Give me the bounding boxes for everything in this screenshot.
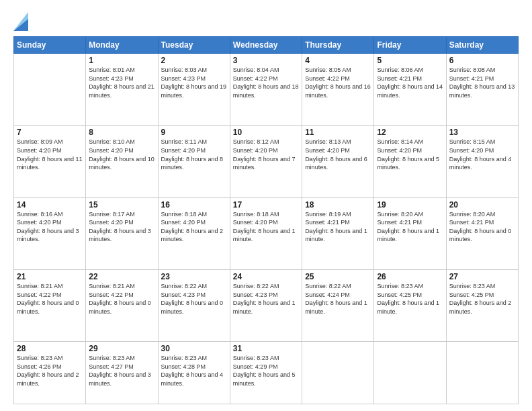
calendar-cell: 5Sunrise: 8:06 AMSunset: 4:21 PMDaylight…	[374, 54, 446, 126]
day-info: Sunrise: 8:23 AMSunset: 4:28 PMDaylight:…	[161, 354, 227, 387]
day-number: 31	[233, 344, 299, 353]
day-info: Sunrise: 8:04 AMSunset: 4:22 PMDaylight:…	[233, 66, 299, 99]
day-number: 7	[17, 128, 83, 137]
day-info: Sunrise: 8:23 AMSunset: 4:25 PMDaylight:…	[449, 282, 515, 316]
calendar-cell	[374, 342, 446, 404]
day-number: 29	[89, 344, 154, 353]
day-info: Sunrise: 8:23 AMSunset: 4:26 PMDaylight:…	[17, 354, 83, 387]
logo	[13, 12, 30, 31]
day-number: 11	[305, 128, 371, 137]
calendar-header-friday: Friday	[374, 37, 446, 54]
day-number: 20	[449, 200, 515, 210]
calendar-cell	[14, 54, 86, 126]
day-info: Sunrise: 8:23 AMSunset: 4:25 PMDaylight:…	[377, 282, 443, 316]
day-number: 8	[89, 128, 154, 137]
calendar-cell: 27Sunrise: 8:23 AMSunset: 4:25 PMDayligh…	[446, 269, 518, 341]
day-number: 25	[305, 272, 371, 281]
calendar-cell	[446, 342, 518, 404]
day-number: 17	[233, 200, 299, 210]
day-number: 27	[449, 272, 515, 281]
day-info: Sunrise: 8:20 AMSunset: 4:21 PMDaylight:…	[449, 210, 515, 244]
day-number: 10	[233, 128, 299, 137]
calendar-cell: 8Sunrise: 8:10 AMSunset: 4:20 PMDaylight…	[86, 126, 158, 197]
day-info: Sunrise: 8:18 AMSunset: 4:20 PMDaylight:…	[233, 210, 299, 244]
calendar-cell: 28Sunrise: 8:23 AMSunset: 4:26 PMDayligh…	[14, 342, 86, 404]
day-number: 5	[377, 56, 443, 65]
day-number: 22	[89, 272, 154, 281]
calendar-cell: 23Sunrise: 8:22 AMSunset: 4:23 PMDayligh…	[158, 269, 230, 341]
calendar-cell: 18Sunrise: 8:19 AMSunset: 4:21 PMDayligh…	[302, 197, 374, 269]
calendar-cell: 10Sunrise: 8:12 AMSunset: 4:20 PMDayligh…	[230, 126, 302, 197]
calendar-cell: 6Sunrise: 8:08 AMSunset: 4:21 PMDaylight…	[446, 54, 518, 126]
day-number: 14	[17, 200, 83, 210]
day-info: Sunrise: 8:10 AMSunset: 4:20 PMDaylight:…	[89, 138, 154, 171]
calendar-cell: 3Sunrise: 8:04 AMSunset: 4:22 PMDaylight…	[230, 54, 302, 126]
day-info: Sunrise: 8:08 AMSunset: 4:21 PMDaylight:…	[449, 66, 515, 99]
day-info: Sunrise: 8:09 AMSunset: 4:20 PMDaylight:…	[17, 138, 83, 171]
calendar-cell: 22Sunrise: 8:21 AMSunset: 4:22 PMDayligh…	[86, 269, 158, 341]
calendar-week-3: 21Sunrise: 8:21 AMSunset: 4:22 PMDayligh…	[14, 269, 519, 341]
calendar-cell: 14Sunrise: 8:16 AMSunset: 4:20 PMDayligh…	[14, 197, 86, 269]
calendar-cell: 19Sunrise: 8:20 AMSunset: 4:21 PMDayligh…	[374, 197, 446, 269]
day-info: Sunrise: 8:22 AMSunset: 4:23 PMDaylight:…	[233, 282, 299, 316]
day-info: Sunrise: 8:22 AMSunset: 4:23 PMDaylight:…	[161, 282, 227, 316]
calendar-week-1: 7Sunrise: 8:09 AMSunset: 4:20 PMDaylight…	[14, 126, 519, 197]
day-info: Sunrise: 8:23 AMSunset: 4:27 PMDaylight:…	[89, 354, 154, 387]
day-number: 28	[17, 344, 83, 353]
calendar-cell: 21Sunrise: 8:21 AMSunset: 4:22 PMDayligh…	[14, 269, 86, 341]
day-number: 6	[449, 56, 515, 65]
calendar-cell: 26Sunrise: 8:23 AMSunset: 4:25 PMDayligh…	[374, 269, 446, 341]
calendar-header-row: SundayMondayTuesdayWednesdayThursdayFrid…	[14, 37, 519, 54]
day-info: Sunrise: 8:21 AMSunset: 4:22 PMDaylight:…	[89, 282, 154, 316]
calendar-cell: 7Sunrise: 8:09 AMSunset: 4:20 PMDaylight…	[14, 126, 86, 197]
day-number: 21	[17, 272, 83, 281]
calendar-header-saturday: Saturday	[446, 37, 518, 54]
page: SundayMondayTuesdayWednesdayThursdayFrid…	[0, 0, 532, 411]
day-info: Sunrise: 8:06 AMSunset: 4:21 PMDaylight:…	[377, 66, 443, 99]
calendar-cell	[302, 342, 374, 404]
day-number: 12	[377, 128, 443, 137]
calendar-cell: 2Sunrise: 8:03 AMSunset: 4:23 PMDaylight…	[158, 54, 230, 126]
calendar-header-monday: Monday	[86, 37, 158, 54]
day-number: 9	[161, 128, 227, 137]
calendar-cell: 20Sunrise: 8:20 AMSunset: 4:21 PMDayligh…	[446, 197, 518, 269]
day-number: 1	[89, 56, 154, 65]
day-number: 3	[233, 56, 299, 65]
calendar-header-sunday: Sunday	[14, 37, 86, 54]
day-info: Sunrise: 8:03 AMSunset: 4:23 PMDaylight:…	[161, 66, 227, 99]
calendar-cell: 25Sunrise: 8:22 AMSunset: 4:24 PMDayligh…	[302, 269, 374, 341]
day-number: 18	[305, 200, 371, 210]
calendar-header-thursday: Thursday	[302, 37, 374, 54]
calendar-week-0: 1Sunrise: 8:01 AMSunset: 4:23 PMDaylight…	[14, 54, 519, 126]
calendar-cell: 15Sunrise: 8:17 AMSunset: 4:20 PMDayligh…	[86, 197, 158, 269]
calendar-cell: 13Sunrise: 8:15 AMSunset: 4:20 PMDayligh…	[446, 126, 518, 197]
calendar-cell: 9Sunrise: 8:11 AMSunset: 4:20 PMDaylight…	[158, 126, 230, 197]
day-number: 24	[233, 272, 299, 281]
day-number: 2	[161, 56, 227, 65]
calendar-header-wednesday: Wednesday	[230, 37, 302, 54]
day-info: Sunrise: 8:21 AMSunset: 4:22 PMDaylight:…	[17, 282, 83, 316]
calendar-week-4: 28Sunrise: 8:23 AMSunset: 4:26 PMDayligh…	[14, 342, 519, 404]
day-info: Sunrise: 8:12 AMSunset: 4:20 PMDaylight:…	[233, 138, 299, 171]
day-number: 16	[161, 200, 227, 210]
day-info: Sunrise: 8:11 AMSunset: 4:20 PMDaylight:…	[161, 138, 227, 171]
calendar-cell: 24Sunrise: 8:22 AMSunset: 4:23 PMDayligh…	[230, 269, 302, 341]
day-info: Sunrise: 8:20 AMSunset: 4:21 PMDaylight:…	[377, 210, 443, 244]
calendar-cell: 1Sunrise: 8:01 AMSunset: 4:23 PMDaylight…	[86, 54, 158, 126]
calendar-cell: 30Sunrise: 8:23 AMSunset: 4:28 PMDayligh…	[158, 342, 230, 404]
calendar-cell: 12Sunrise: 8:14 AMSunset: 4:20 PMDayligh…	[374, 126, 446, 197]
logo-icon	[13, 12, 28, 31]
header	[13, 12, 519, 31]
calendar-cell: 29Sunrise: 8:23 AMSunset: 4:27 PMDayligh…	[86, 342, 158, 404]
calendar-cell: 4Sunrise: 8:05 AMSunset: 4:22 PMDaylight…	[302, 54, 374, 126]
day-number: 26	[377, 272, 443, 281]
day-info: Sunrise: 8:17 AMSunset: 4:20 PMDaylight:…	[89, 210, 154, 244]
calendar-cell: 11Sunrise: 8:13 AMSunset: 4:20 PMDayligh…	[302, 126, 374, 197]
day-info: Sunrise: 8:16 AMSunset: 4:20 PMDaylight:…	[17, 210, 83, 244]
day-info: Sunrise: 8:15 AMSunset: 4:20 PMDaylight:…	[449, 138, 515, 171]
day-number: 4	[305, 56, 371, 65]
calendar-table: SundayMondayTuesdayWednesdayThursdayFrid…	[13, 36, 519, 404]
day-info: Sunrise: 8:05 AMSunset: 4:22 PMDaylight:…	[305, 66, 371, 99]
calendar-week-2: 14Sunrise: 8:16 AMSunset: 4:20 PMDayligh…	[14, 197, 519, 269]
calendar-cell: 31Sunrise: 8:23 AMSunset: 4:29 PMDayligh…	[230, 342, 302, 404]
